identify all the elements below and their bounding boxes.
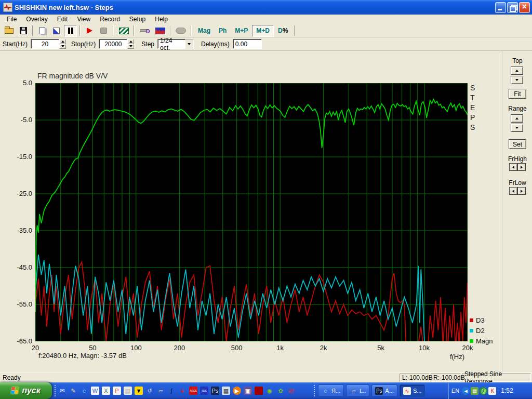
probe-button[interactable] [137,25,152,37]
open-icon [5,28,14,34]
internet-explorer-icon[interactable]: e [80,387,88,395]
notes-pen-icon[interactable]: ✎ [69,387,77,395]
legend-item-d2: D2 [470,325,493,336]
y-tick-label: -25.0 [0,190,32,197]
quicklaunch-grip[interactable] [55,385,56,396]
pause-button[interactable] [64,25,77,37]
main-area: FR magnitude dB V/V 5.0-5.0-15.0-25.0-35… [0,51,532,373]
frhigh-left-button[interactable] [509,163,517,171]
folder-icon[interactable]: ▱ [156,387,165,395]
m-plus-p-button[interactable]: M+P [231,25,252,37]
menu-item-help[interactable]: Help [150,15,172,23]
mail-at-icon[interactable]: @ [287,387,296,395]
system-tray: EN ◄▦@K 1:52 [448,382,532,399]
menu-item-overlay[interactable]: Overlay [21,15,52,23]
restore-button[interactable] [507,2,518,13]
x-axis-labels: 20501002005001k2k5k10k20k [35,344,468,352]
step-dropdown-arrow-icon[interactable] [185,39,193,48]
top-label: Top [503,57,532,64]
save-file-button[interactable] [17,25,30,37]
ph-button[interactable]: Ph [215,25,231,37]
document-icon[interactable]: ▤ [124,387,132,395]
frlow-left-button[interactable] [509,187,517,195]
frhigh-right-button[interactable] [517,163,526,171]
sync-icon[interactable]: ↺ [145,387,154,395]
media-player-icon[interactable]: ▶ [233,387,241,395]
ink-squiggle-icon[interactable]: ∫ [167,387,176,395]
browser-window-button[interactable]: eЯ... [318,384,344,397]
probe-icon [140,29,148,32]
range-up-button[interactable] [511,114,523,123]
range-down-button[interactable] [511,124,523,132]
top-up-button[interactable] [511,66,523,75]
chart-ball-icon[interactable]: ● [178,387,187,395]
taskbar-grip[interactable] [314,385,315,396]
close-button[interactable] [519,2,530,13]
menu-item-record[interactable]: Record [95,15,125,23]
stop-hz-input[interactable]: 20000 [99,39,127,49]
minimize-button[interactable] [495,2,506,13]
watermark-letter: P [470,113,475,123]
menu-item-setup[interactable]: Setup [125,15,150,23]
calibrate-icon [119,28,129,34]
ares-icon[interactable]: ARES [189,387,197,395]
menu-item-file[interactable]: File [2,15,21,23]
isis-icon[interactable]: ISIS [200,387,208,395]
status-ready: Ready [3,374,21,381]
menu-item-view[interactable]: View [72,15,95,23]
app-icon[interactable] [3,3,12,12]
scale-button[interactable] [50,25,63,37]
icq-flower-icon[interactable]: ✿ [276,387,285,395]
fit-button[interactable]: Fit [509,89,526,99]
calculator-icon[interactable]: ▦ [222,387,230,395]
folder-window-button[interactable]: ▱t... [346,384,369,397]
toolbar-separator [79,25,81,36]
stop-hz-spinner[interactable] [127,39,134,49]
powerpoint-icon[interactable]: P [113,387,121,395]
delay-input[interactable]: 0.00 [233,39,262,49]
legend-item-d3: D3 [470,315,493,325]
image-viewer-icon[interactable]: ▣ [244,387,252,395]
delay-label: Delay(ms) [201,41,230,48]
outlook-express-icon[interactable]: ✉ [58,387,66,395]
batman-icon[interactable]: ▼ [135,387,143,395]
steps-application-window: SHISHKIN new left.hsw - Steps FileOverla… [0,0,532,399]
open-file-button[interactable] [3,25,16,37]
steps-window-button-label: S... [413,388,422,394]
copy-button[interactable] [36,25,49,37]
red-panel-icon[interactable] [255,387,263,395]
frlow-right-button[interactable] [517,187,526,195]
set-button[interactable]: Set [509,139,526,149]
folder-window-button-icon: ▱ [350,387,357,395]
mag-button[interactable]: Mag [194,25,215,37]
start-hz-input[interactable]: 20 [31,39,59,49]
start-button[interactable]: пуск [0,382,52,399]
excel-icon[interactable]: X [102,387,110,395]
usb-tray-icon[interactable]: ▦ [471,387,478,395]
photoshop-icon[interactable]: Ps [211,387,219,395]
toolbar-separator [32,25,33,36]
top-down-button[interactable] [511,76,523,84]
steps-window-button[interactable]: ∿S... [400,384,425,397]
record-button[interactable] [83,25,96,37]
calibrate-button[interactable] [116,25,131,37]
m-plus-d-button[interactable]: M+D [252,25,274,37]
fr-magnitude-plot[interactable] [35,83,468,341]
nod32-icon[interactable]: ◉ [265,387,274,395]
spectrum-button[interactable] [153,25,167,37]
kaspersky-tray-icon[interactable]: K [488,387,496,395]
menubar: FileOverlayEditViewRecordSetupHelp [0,15,532,24]
menu-item-edit[interactable]: Edit [52,15,73,23]
toolbar-separator [134,25,135,36]
language-indicator[interactable]: EN [451,388,459,394]
legend-swatch [470,318,473,322]
scale-icon [53,28,60,34]
d-percent-button[interactable]: D% [274,25,292,37]
blank-icon [176,28,186,34]
step-select[interactable]: 1/24 oct. [157,39,194,49]
icq-tray-icon[interactable]: @ [480,387,487,395]
rollback-tray-icon[interactable]: ◄ [462,387,470,395]
start-hz-spinner[interactable] [59,39,66,49]
word-icon[interactable]: W [91,387,99,395]
photoshop-window-button[interactable]: PsA... [371,384,397,397]
